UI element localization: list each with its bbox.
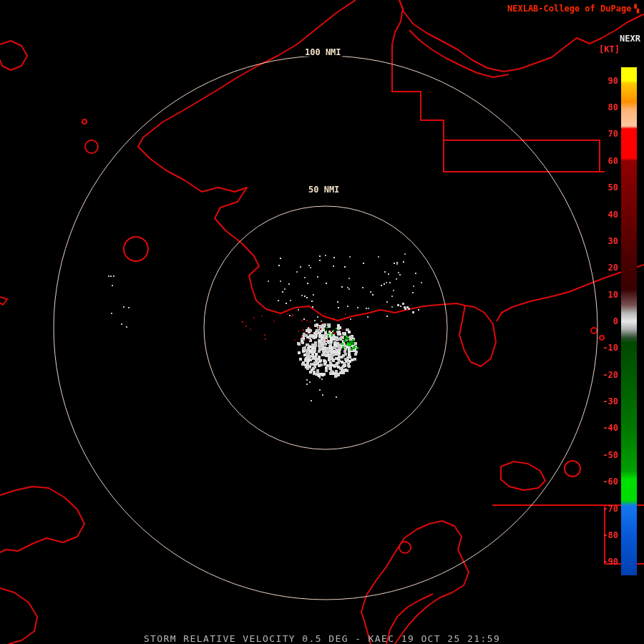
colorbar-tick: -90	[594, 557, 618, 566]
colorbar-tick: 80	[594, 103, 618, 112]
colorbar-product-label: NEXR	[620, 34, 640, 43]
colorbar-tick: -70	[594, 504, 618, 513]
colorbar-tick: 0	[594, 317, 618, 326]
range-ring-label-50nmi: 50 NMI	[307, 185, 341, 194]
colorbar-tick: -80	[594, 531, 618, 540]
site-title-text: NEXLAB-College of DuPage	[507, 4, 631, 14]
colorbar-tick: -60	[594, 477, 618, 486]
nexlab-logo-icon: ▚	[634, 4, 639, 14]
colorbar-tick: 50	[594, 183, 618, 192]
colorbar-units-label: [KT]	[599, 45, 620, 54]
colorbar-tick: -10	[594, 343, 618, 352]
velocity-colorbar	[621, 67, 637, 575]
colorbar-tick: -30	[594, 397, 618, 406]
colorbar-tick: -40	[594, 424, 618, 432]
radar-display-canvas	[0, 0, 644, 644]
colorbar-tick: 60	[594, 157, 618, 165]
radar-viewer: NEXLAB-College of DuPage▚ NEXR [KT] 9080…	[0, 0, 644, 644]
colorbar-tick: 30	[594, 237, 618, 245]
colorbar-tick: 10	[594, 291, 618, 299]
colorbar-tick: 20	[594, 263, 618, 272]
range-ring-label-100nmi: 100 NMI	[303, 48, 343, 57]
product-caption: STORM RELATIVE VELOCITY 0.5 DEG - KAEC 1…	[0, 634, 644, 643]
site-title: NEXLAB-College of DuPage▚	[507, 4, 639, 13]
colorbar-tick: -50	[594, 451, 618, 459]
colorbar-tick: -20	[594, 371, 618, 379]
colorbar-tick: 40	[594, 210, 618, 219]
colorbar-tick: 90	[594, 77, 618, 85]
colorbar-tick: 70	[594, 130, 618, 138]
